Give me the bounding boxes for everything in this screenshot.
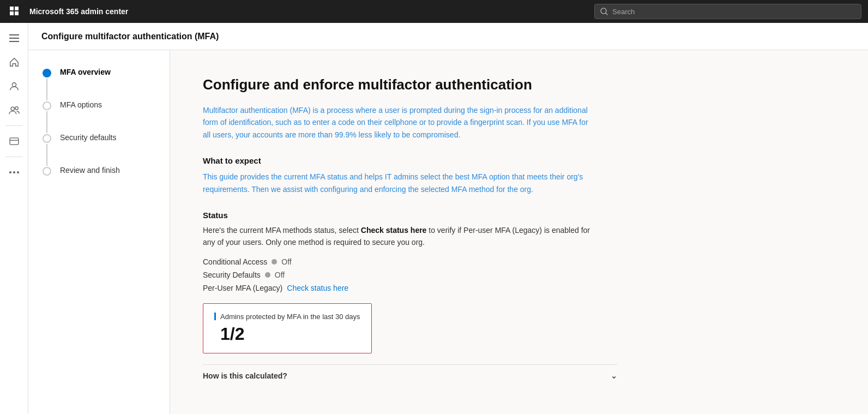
wizard-steps: MFA overview MFA options — [41, 68, 156, 185]
step-circle-2 — [43, 101, 51, 110]
search-input[interactable] — [612, 8, 855, 16]
wizard-step-1[interactable]: MFA overview — [41, 68, 156, 100]
what-to-expect-section: What to expect This guide provides the c… — [203, 156, 835, 195]
step-indicator-col-3 — [41, 133, 52, 166]
security-defaults-dot — [265, 272, 270, 278]
what-to-expect-text: This guide provides the current MFA stat… — [203, 171, 595, 195]
step-indicator-col-2 — [41, 100, 52, 133]
content-main-title: Configure and enforce multifactor authen… — [203, 76, 835, 93]
step-line-2 — [46, 111, 47, 133]
svg-point-11 — [15, 107, 17, 110]
status-heading: Status — [203, 211, 835, 220]
svg-rect-3 — [15, 11, 19, 15]
svg-point-16 — [17, 171, 19, 173]
sidebar-divider-2 — [5, 157, 23, 157]
mfa-card-label: Admins protected by MFA in the last 30 d… — [214, 313, 360, 321]
check-status-link[interactable]: Check status here — [287, 284, 348, 292]
status-row-security-defaults: Security Defaults Off — [203, 271, 835, 279]
mfa-card: Admins protected by MFA in the last 30 d… — [203, 303, 372, 353]
svg-line-5 — [606, 13, 607, 15]
step-label-4: Review and finish — [60, 166, 120, 185]
conditional-access-value: Off — [281, 257, 291, 266]
conditional-access-dot — [272, 259, 277, 265]
wizard-panel: MFA overview MFA options — [28, 50, 170, 414]
content-description: Multifactor authentication (MFA) is a pr… — [203, 104, 595, 141]
top-nav-bar: Microsoft 365 admin center — [0, 0, 868, 23]
what-to-expect-heading: What to expect — [203, 156, 835, 165]
card-icon[interactable] — [3, 130, 25, 152]
step-circle-1 — [43, 69, 51, 77]
svg-point-10 — [11, 107, 14, 110]
step-circle-4 — [43, 167, 51, 176]
svg-rect-0 — [10, 7, 14, 10]
step-label-3: Security defaults — [60, 133, 117, 153]
wizard-step-4[interactable]: Review and finish — [41, 166, 156, 185]
svg-point-9 — [12, 83, 16, 87]
step-label-2: MFA options — [60, 100, 102, 120]
chevron-down-icon: ⌄ — [611, 371, 617, 380]
svg-point-14 — [9, 171, 11, 173]
two-panel-layout: MFA overview MFA options — [28, 50, 868, 414]
step-circle-3 — [43, 134, 51, 143]
status-row-per-user-mfa: Per-User MFA (Legacy) Check status here — [203, 284, 835, 292]
svg-point-15 — [13, 171, 15, 173]
apps-grid-icon[interactable] — [7, 3, 23, 20]
wizard-step-2[interactable]: MFA options — [41, 100, 156, 133]
how-calculated-section[interactable]: How is this calculated? ⌄ — [203, 364, 617, 387]
app-title: Microsoft 365 admin center — [29, 7, 588, 16]
content-area: Configure multifactor authentication (MF… — [28, 23, 868, 414]
home-icon[interactable] — [3, 51, 25, 73]
sidebar-divider — [5, 125, 23, 126]
security-defaults-label: Security Defaults — [203, 271, 261, 279]
status-section: Status Here's the current MFA methods st… — [203, 211, 835, 292]
security-defaults-value: Off — [275, 271, 285, 279]
step-line-1 — [46, 79, 47, 100]
main-layout: Configure multifactor authentication (MF… — [0, 23, 868, 414]
search-icon — [600, 8, 608, 15]
mfa-card-value: 1/2 — [214, 324, 360, 344]
more-icon[interactable] — [3, 161, 25, 183]
page-title: Configure multifactor authentication (MF… — [41, 32, 219, 41]
svg-rect-12 — [10, 138, 19, 145]
search-bar[interactable] — [594, 4, 861, 19]
step-label-1: MFA overview — [60, 68, 111, 87]
step-line-3 — [46, 144, 47, 166]
conditional-access-label: Conditional Access — [203, 257, 267, 266]
icon-sidebar — [0, 23, 28, 414]
svg-rect-2 — [10, 11, 14, 15]
user-icon[interactable] — [3, 75, 25, 97]
step-indicator-col-4 — [41, 166, 52, 176]
svg-rect-1 — [15, 7, 19, 10]
status-description: Here's the current MFA methods status, s… — [203, 224, 595, 249]
per-user-mfa-label: Per-User MFA (Legacy) — [203, 284, 282, 292]
step-indicator-col-1 — [41, 68, 52, 100]
status-description-start: Here's the current MFA methods status, s… — [203, 226, 361, 235]
page-header: Configure multifactor authentication (MF… — [28, 23, 868, 50]
status-row-conditional-access: Conditional Access Off — [203, 257, 835, 266]
check-status-bold-text: Check status here — [361, 226, 427, 235]
users-icon[interactable] — [3, 99, 25, 121]
content-panel: Configure and enforce multifactor authen… — [170, 50, 868, 414]
wizard-step-3[interactable]: Security defaults — [41, 133, 156, 166]
how-calculated-label: How is this calculated? — [203, 371, 287, 380]
hamburger-menu-icon[interactable] — [3, 27, 25, 49]
